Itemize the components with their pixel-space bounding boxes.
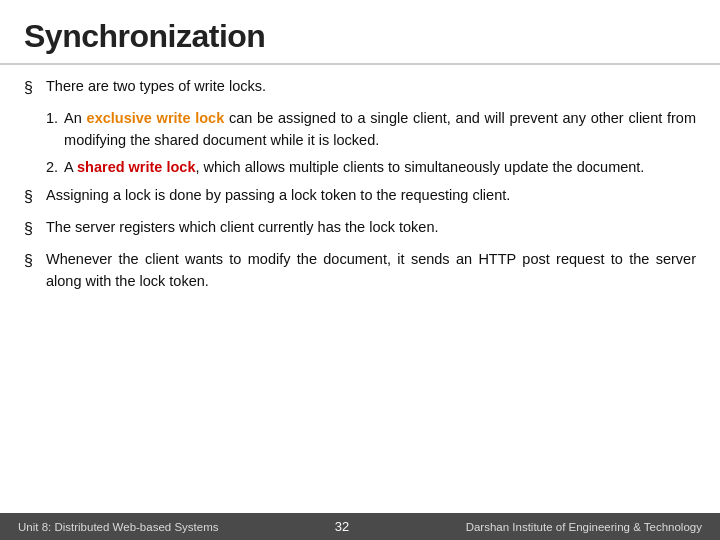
bullet-item-3: § The server registers which client curr… [24, 216, 696, 242]
slide-header: Synchronization [0, 0, 720, 65]
slide: Synchronization § There are two types of… [0, 0, 720, 540]
footer-right: Darshan Institute of Engineering & Techn… [466, 521, 702, 533]
slide-footer: Unit 8: Distributed Web-based Systems 32… [0, 513, 720, 540]
num-1: 1. [46, 107, 58, 129]
numbered-list: 1. An exclusive write lock can be assign… [46, 107, 696, 178]
num-2: 2. [46, 156, 58, 178]
bullet-item-4: § Whenever the client wants to modify th… [24, 248, 696, 293]
footer-left: Unit 8: Distributed Web-based Systems [18, 521, 218, 533]
bullet-symbol-3: § [24, 217, 38, 242]
slide-content: § There are two types of write locks. 1.… [0, 65, 720, 513]
highlight-exclusive-write-lock: exclusive write lock [87, 110, 225, 126]
footer-page-number: 32 [335, 519, 349, 534]
numbered-item-2: 2. A shared write lock, which allows mul… [46, 156, 696, 178]
bullet-item-1: § There are two types of write locks. [24, 75, 696, 101]
bullet-symbol-1: § [24, 76, 38, 101]
numbered-item-1: 1. An exclusive write lock can be assign… [46, 107, 696, 152]
numbered-text-1: An exclusive write lock can be assigned … [64, 107, 696, 152]
highlight-shared-write-lock: shared write lock [77, 159, 195, 175]
bullet-text-1: There are two types of write locks. [46, 75, 696, 97]
bullet-text-3: The server registers which client curren… [46, 216, 696, 238]
bullet-text-4: Whenever the client wants to modify the … [46, 248, 696, 293]
bullet-symbol-2: § [24, 185, 38, 210]
bullet-text-2: Assigning a lock is done by passing a lo… [46, 184, 696, 206]
bullet-item-2: § Assigning a lock is done by passing a … [24, 184, 696, 210]
slide-title: Synchronization [24, 18, 696, 55]
bullet-symbol-4: § [24, 249, 38, 274]
numbered-text-2: A shared write lock, which allows multip… [64, 156, 696, 178]
